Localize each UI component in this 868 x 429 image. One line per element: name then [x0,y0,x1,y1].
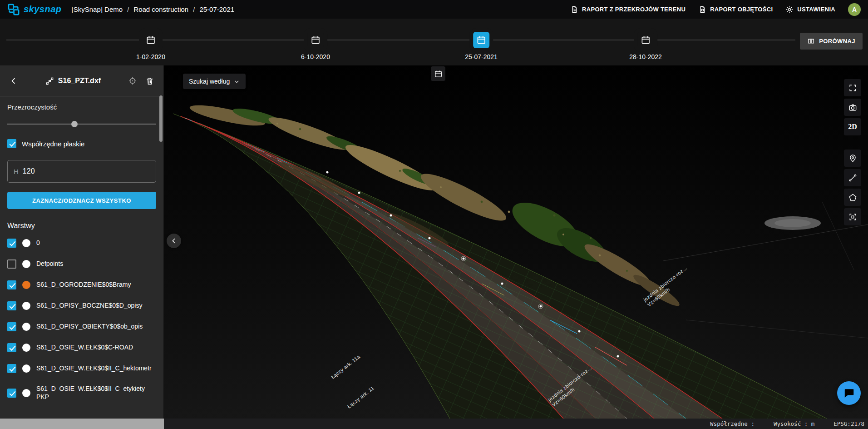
layer-row[interactable]: S61_D_OSIE_W.EŁK$0$II_C_etykiety PKP [7,379,156,407]
layer-row[interactable]: S61_D_OSIE_W.EŁK$0$II_C_hektometr [7,358,156,379]
add-point-button[interactable] [844,150,861,167]
layer-checkbox[interactable] [7,280,16,289]
calendar-icon[interactable] [143,32,159,48]
opacity-label: Przezroczystość [7,103,156,111]
layer-checkbox[interactable] [7,301,16,310]
layer-checkbox[interactable] [7,259,16,269]
layer-color-dot [22,323,30,331]
map-viewer: Łączy ark. 11a Łączy ark. 11 jezdnia zbi… [164,65,868,419]
viewer-calendar-button[interactable] [431,66,445,81]
screenshot-button[interactable] [844,99,861,116]
status-height: Wysokość : m [774,420,814,427]
layer-color-dot [22,344,30,352]
file-name: S16_PZT.dxf [58,77,101,85]
app-window: skysnap [SkySnap] Demo / Road constructi… [0,0,868,429]
status-info: Współrzędne : Wysokość : m EPSG:2178 [164,419,868,429]
calendar-icon[interactable] [473,32,489,48]
layer-row[interactable]: S61_D_OPISY_BOCZNE$0$D_opisy [7,295,156,316]
timeline-date-label: 25-07-2021 [465,53,498,60]
back-button[interactable] [7,75,20,87]
timeline-date-item[interactable]: 6-10-2020 [301,32,330,60]
layer-checkbox[interactable] [7,364,16,373]
timeline-date-item[interactable]: 25-07-2021 [465,32,498,60]
layer-checkbox[interactable] [7,239,16,248]
measure-line-icon [848,174,857,182]
timeline-date-item[interactable]: 28-10-2022 [629,32,662,60]
report-volume-button[interactable]: RAPORT OBJĘTOŚCI [698,5,773,14]
calendar-icon[interactable] [307,32,324,48]
layer-row[interactable]: S61_D_OPISY_OBIEKTY$0$ob_opis [7,316,156,337]
user-avatar[interactable]: A [848,3,861,16]
target-icon [128,76,137,85]
topbar-actions: RAPORT Z PRZEKROJÓW TERENU RAPORT OBJĘTO… [570,3,861,16]
report-sections-button[interactable]: RAPORT Z PRZEKROJÓW TERENU [570,5,686,14]
layer-name: 0 [36,239,156,247]
sidebar-horizontal-scrollbar[interactable] [0,419,164,429]
flat-coordinates-row[interactable]: Współrzędne płaskie [7,139,156,148]
chat-icon [843,387,855,399]
search-by-dropdown[interactable]: Szukaj według [183,74,246,89]
breadcrumb-date[interactable]: 25-07-2021 [199,5,234,13]
layer-row[interactable]: S61_D_OGRODZENIE$0$Bramy [7,274,156,295]
layer-row[interactable]: 0 [7,233,156,254]
opacity-slider[interactable] [7,121,156,127]
breadcrumb: [SkySnap] Demo / Road construction / 25-… [72,5,235,13]
back-chevron-icon [9,76,18,85]
compare-icon [807,37,815,45]
delete-layer-button[interactable] [143,75,156,87]
report-sections-icon [570,5,578,14]
settings-button[interactable]: USTAWIENIA [785,5,835,14]
timeline-date-item[interactable]: 1-02-2020 [136,32,165,60]
layer-checkbox[interactable] [7,389,16,398]
map-pin-icon [848,154,857,163]
layer-color-dot [22,302,30,310]
navigation-gizmo[interactable] [764,216,821,230]
collapse-panel-button[interactable] [167,234,181,248]
clip-box-button[interactable] [844,208,861,225]
fullscreen-button[interactable] [844,79,861,96]
status-epsg: EPSG:2178 [833,420,864,427]
breadcrumb-separator: / [127,5,129,13]
select-all-button[interactable]: ZAZNACZ/ODZNACZ WSZYSTKO [7,192,156,209]
flat-coordinates-checkbox[interactable] [7,139,16,148]
opacity-slider-thumb[interactable] [71,121,78,127]
scene-3d-view[interactable]: Łączy ark. 11a Łączy ark. 11 jezdnia zbi… [164,65,868,419]
fullscreen-icon [848,84,857,92]
layer-name: S61_D_OSIE_W.EŁK$0$II_C_etykiety PKP [36,385,156,401]
toggle-2d-button[interactable]: 2D [844,118,861,135]
logo-wordmark: skysnap [24,4,62,15]
breadcrumb-separator: / [193,5,195,13]
opacity-slider-track[interactable] [7,124,156,125]
height-input-value: 120 [23,167,35,175]
breadcrumb-project[interactable]: [SkySnap] Demo [72,5,123,13]
sidebar-scrollbar[interactable] [159,95,163,142]
layer-checkbox[interactable] [7,322,16,331]
compare-button[interactable]: PORÓWNAJ [800,33,863,50]
height-input[interactable]: H 120 [7,160,156,183]
timeline-bar: 1-02-2020 6-10-2020 25-07-2021 28-10-202… [0,19,868,65]
layer-row[interactable]: S61_D_OSIE_W.EŁK$0$C-ROAD [7,337,156,358]
layer-name: Defpoints [36,260,156,268]
chat-button[interactable] [837,381,861,405]
layer-checkbox[interactable] [7,343,16,352]
layer-row[interactable]: Defpoints [7,254,156,274]
measure-line-button[interactable] [844,169,861,186]
skysnap-logo[interactable]: skysnap [7,3,62,16]
zoom-to-layer-button[interactable] [126,75,139,87]
layer-name: S61_D_OPISY_OBIEKTY$0$ob_opis [36,323,156,331]
layer-name: S61_D_OSIE_W.EŁK$0$II_C_hektometr [36,364,156,373]
chevron-left-icon [170,237,178,244]
flat-coordinates-label: Współrzędne płaskie [22,140,84,148]
calendar-icon[interactable] [637,32,654,48]
timeline-date-label: 28-10-2022 [629,53,662,60]
measure-area-button[interactable] [844,189,861,206]
view-tools-group: 2D [844,79,861,138]
content-row: S16_PZT.dxf Przezroczystość Współrzędne … [0,65,868,419]
height-input-prefix: H [14,168,19,175]
timeline-date-label: 1-02-2020 [136,53,165,60]
breadcrumb-section[interactable]: Road construction [133,5,188,13]
camera-icon [848,103,857,112]
layer-name: S61_D_OGRODZENIE$0$Bramy [36,281,156,289]
top-bar: skysnap [SkySnap] Demo / Road constructi… [0,0,868,19]
layer-color-dot [22,260,30,268]
